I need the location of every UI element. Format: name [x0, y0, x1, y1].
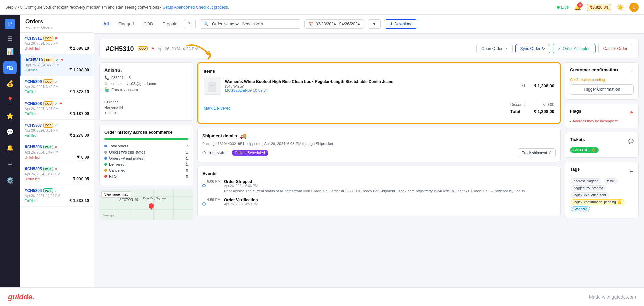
event-order-verification: 4:59 PM Order Verification Apr 26, 2024,…	[202, 198, 556, 207]
ticket-badge: 12793141 🟢	[570, 147, 599, 153]
order-type-badge: COD	[43, 36, 53, 41]
event-title-2: Order Verification	[224, 198, 556, 202]
order-status: Fulfilled	[25, 90, 36, 94]
tag-address-flagged[interactable]: address_flagged	[571, 178, 601, 184]
order-type-badge: COD	[43, 79, 53, 84]
order-item-ch5311[interactable]: #CH5311 COD ⚑ Apr 26, 2024, 5:38 PM Unfu…	[20, 33, 94, 54]
event-date: Apr 26, 2024, 6:06 PM	[224, 184, 556, 188]
nav-catalog[interactable]: ⭐	[3, 109, 17, 123]
order-date: Apr 26, 2024, 1:47 PM	[25, 150, 89, 154]
order-item-ch5305[interactable]: #CH5305 Paid ✕ Apr 26, 2024, 12:45 PM Un…	[20, 163, 94, 185]
filter-button[interactable]: ▼	[368, 19, 381, 29]
date-range-button[interactable]: 📅 03/28/2024 - 04/26/2024	[304, 19, 364, 29]
search-field-select[interactable]: Order Name	[211, 21, 240, 27]
order-item-ch5307[interactable]: #CH5307 COD ✓ Apr 26, 2024, 3:01 PM Fulf…	[20, 120, 94, 141]
order-history-title: Order history across ecommerce	[104, 130, 188, 135]
tag-logisy-c2p[interactable]: logisy_c2p_offer_sent	[571, 192, 609, 198]
orders-sidebar-header: Orders Home → Orders	[20, 15, 94, 33]
customer-confirmation-card: Customer confirmation ✓ Confirmation pen…	[565, 62, 639, 100]
svg-rect-5	[133, 189, 133, 220]
track-shipment-button[interactable]: Track shipment ↗	[518, 148, 556, 157]
nav-orders[interactable]: 🛍	[3, 61, 17, 74]
tab-prepaid[interactable]: Prepaid	[160, 20, 180, 28]
theme-toggle-button[interactable]: ☀️	[616, 4, 624, 11]
check-icon: ✓	[54, 189, 57, 193]
nav-settings[interactable]: ⚙️	[3, 174, 17, 187]
order-date: Apr 26, 2024, 12:24 PM	[25, 194, 89, 198]
nav-messages[interactable]: 💬	[3, 125, 17, 139]
nav-finance[interactable]: 💰	[3, 77, 17, 90]
nav-analytics[interactable]: 📊	[3, 45, 17, 58]
customer-address: ,Gurgaon,Haryana IN -122001	[104, 94, 188, 116]
download-icon: ⬇	[390, 22, 393, 26]
item-qty: x1	[521, 83, 526, 88]
download-button[interactable]: ⬇ Download	[385, 19, 417, 29]
item-variant: (34 / White)	[225, 84, 517, 88]
view-larger-map-button[interactable]: View larger map	[101, 191, 131, 198]
customer-conf-title: Customer confirmation	[570, 67, 618, 72]
phone-icon: 📞	[104, 75, 109, 80]
tab-all[interactable]: All	[101, 20, 112, 28]
order-amount: ₹ 0.00	[77, 155, 89, 160]
item-row: Women's White Bootcut High Rise Clean Lo…	[204, 77, 554, 95]
mark-delivered-button[interactable]: Mark Delivered	[204, 106, 231, 111]
bottom-bar: guidde. Made with guidde.com	[0, 287, 644, 306]
tag-fastrr[interactable]: fastrr	[604, 178, 618, 184]
customer-card: Anisha . 📞 9339274...5 ✉ anishaparly...0…	[99, 62, 193, 121]
chat-icon: 💬	[628, 139, 634, 144]
user-avatar-button[interactable]: U	[629, 3, 639, 12]
tag-logisy-conf[interactable]: logisy_confirmation_pending 🟡	[571, 199, 624, 205]
order-amount: ₹ 930.05	[73, 177, 89, 181]
top-toolbar: All Flagged COD Prepaid ↻ 🔍 Order Name 📅…	[94, 15, 644, 34]
order-item-ch5306[interactable]: #CH5306 Paid ✕ Apr 26, 2024, 1:47 PM Unf…	[20, 141, 94, 163]
order-actions: Open Order ↗ Sync Order ↻ ✓ Order Accept…	[476, 44, 632, 53]
order-item-ch5309[interactable]: #CH5309 COD ✓ Apr 26, 2024, 3:40 PM Fulf…	[20, 76, 94, 98]
history-delivered: Delivered 1	[104, 162, 188, 166]
store-icon: 🏪	[104, 87, 109, 92]
svg-rect-15	[210, 84, 215, 84]
order-accepted-button[interactable]: ✓ Order Accepted	[553, 44, 595, 53]
order-item-ch5304[interactable]: #CH5304 Paid ✓ Apr 26, 2024, 12:24 PM Fu…	[20, 185, 94, 207]
dot-red	[104, 175, 107, 178]
collapse-nav-button[interactable]: ☰	[7, 35, 13, 42]
order-date: Apr 26, 2024, 3:40 PM	[25, 85, 89, 89]
order-detail-title: #CH5310 COD ⚑ Apr 26, 2024, 4:28 PM	[106, 45, 198, 53]
order-type-badge: Paid	[43, 167, 53, 171]
svg-rect-16	[210, 85, 214, 86]
order-detail: #CH5310 COD ⚑ Apr 26, 2024, 4:28 PM Open…	[94, 34, 644, 287]
order-date: Apr 26, 2024, 12:45 PM	[25, 172, 89, 176]
order-status: Unfulfilled	[25, 156, 40, 159]
order-amount: ₹ 1,187.00	[69, 111, 89, 116]
order-amount: ₹ 1,298.00	[69, 68, 89, 72]
sync-icon: ↻	[542, 46, 545, 51]
search-input[interactable]	[242, 22, 297, 26]
order-id: #CH5311	[25, 36, 42, 41]
trigger-confirmation-button[interactable]: Trigger Confirmation	[570, 84, 634, 95]
nav-location[interactable]: 📍	[3, 93, 17, 107]
notification-button[interactable]: 🔔 3	[574, 4, 581, 11]
dot-gray	[104, 151, 107, 154]
refresh-button[interactable]: ↻	[184, 19, 196, 29]
cancel-order-button[interactable]: Cancel Order	[598, 44, 632, 53]
order-date: Apr 26, 2024, 5:38 PM	[25, 42, 89, 45]
nav-returns[interactable]: ↩	[3, 158, 17, 171]
tag-standard[interactable]: Standard	[571, 206, 590, 212]
tab-flagged[interactable]: Flagged	[116, 20, 137, 28]
tag-flagged-by-pragma[interactable]: flagged_by_pragma	[571, 185, 606, 191]
order-item-ch5308[interactable]: #CH5308 COD ✓ ⚑ Apr 26, 2024, 3:11 PM Fu…	[20, 98, 94, 120]
open-order-button[interactable]: Open Order ↗	[476, 44, 512, 53]
sync-order-button[interactable]: Sync Order ↻	[515, 44, 550, 53]
order-status: Fulfilled	[26, 68, 37, 72]
events-card: Events 6:06 PM Order Shipped Apr 26, 202…	[197, 166, 561, 216]
order-type-badge: COD	[43, 101, 53, 106]
order-item-ch5310[interactable]: #CH5310 COD ✓ ⚑ Apr 26, 2024, 4:28 PM Fu…	[20, 54, 94, 76]
setup-link[interactable]: Setup Abandoned Checkout process.	[163, 5, 229, 10]
nav-alerts[interactable]: 🔔	[3, 141, 17, 155]
main-layout: P ☰ 📊 🛍 💰 📍 ⭐ 💬 🔔 ↩ ⚙️ Orders Home → Ord…	[0, 15, 644, 287]
tab-cod[interactable]: COD	[141, 20, 156, 28]
history-cancelled: Cancelled 0	[104, 168, 188, 172]
event-time: 6:06 PM	[202, 179, 221, 183]
order-date: Apr 26, 2024, 3:01 PM	[25, 129, 89, 132]
svg-text:SECTOR 49: SECTOR 49	[119, 198, 138, 202]
order-status: Fulfilled	[25, 199, 36, 203]
